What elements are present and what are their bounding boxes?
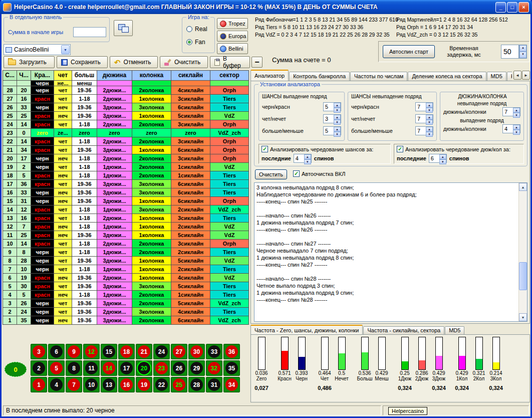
roulette-cell[interactable]: 28 xyxy=(188,377,205,392)
roulette-cell[interactable]: 6 xyxy=(48,344,65,359)
roulette-number[interactable]: 36 xyxy=(225,345,238,358)
roulette-number[interactable]: 35 xyxy=(225,362,238,374)
roulette-cell[interactable]: 10 xyxy=(83,377,100,392)
scroll-thumb[interactable] xyxy=(519,262,527,290)
spinner-input[interactable] xyxy=(294,154,304,162)
main-tab-5[interactable]: Ко xyxy=(507,72,512,81)
roulette-number[interactable]: 14 xyxy=(103,362,115,374)
roulette-number[interactable]: 15 xyxy=(103,345,115,358)
roulette-cell[interactable]: 32 xyxy=(206,360,222,376)
spinner[interactable]: ▲▼ xyxy=(323,114,341,123)
spin-up-icon[interactable]: ▲ xyxy=(426,115,433,120)
spinner-input[interactable] xyxy=(324,115,334,123)
radio-real-icon[interactable] xyxy=(186,26,192,32)
table-row[interactable]: 1412краснчет1-181дюжи...3колонка2сиклайн… xyxy=(3,205,249,214)
spinner[interactable]: ▲▼ xyxy=(323,102,341,111)
roulette-number[interactable]: 21 xyxy=(138,345,150,358)
roulette-cell[interactable]: 17 xyxy=(118,360,135,376)
column-header[interactable]: С... xyxy=(3,71,17,81)
column-header[interactable]: Кра... xyxy=(31,71,54,81)
scroll-track[interactable] xyxy=(519,191,527,313)
roulette-cell[interactable]: 26 xyxy=(171,360,187,376)
alt-dozens-checkbox[interactable]: ✓ xyxy=(397,146,403,152)
spin-down-icon[interactable]: ▼ xyxy=(439,159,446,164)
roulette-cell[interactable]: 8 xyxy=(66,360,82,376)
roulette-number[interactable]: 34 xyxy=(225,378,238,391)
table-row[interactable]: 1125красннеч19-363дюжи...1колонка5сиклай… xyxy=(3,231,249,240)
roulette-number[interactable]: 11 xyxy=(85,362,98,374)
roulette-cell[interactable]: 12 xyxy=(83,344,100,359)
spinner-input[interactable] xyxy=(416,115,426,123)
tab-scroll-right-button[interactable]: ► xyxy=(522,71,530,80)
table-row[interactable]: 710чернчет1-181дюжи...1колонка2сиклайнTi… xyxy=(3,265,249,274)
collapse-button[interactable]: − xyxy=(251,57,262,68)
spin-down-icon[interactable]: ▼ xyxy=(519,52,526,58)
undo-button[interactable]: ↶ Отменить xyxy=(110,56,158,68)
buffer-button[interactable]: В буфер xyxy=(210,56,250,68)
roulette-number[interactable]: 4 xyxy=(50,378,63,391)
spinner-input[interactable] xyxy=(503,108,513,116)
spinner[interactable]: ▲▼ xyxy=(502,124,520,133)
roulette-number[interactable]: 25 xyxy=(173,378,185,391)
column-header[interactable]: сектор xyxy=(210,71,249,81)
table-row[interactable]: 2820чернчет19-362дюжи...2колонка4сиклайн… xyxy=(3,86,249,95)
spin-down-icon[interactable]: ▼ xyxy=(426,108,433,113)
spinner[interactable]: ▲▼ xyxy=(294,154,312,163)
radio-fan[interactable]: Fan xyxy=(186,39,205,46)
tropez-button[interactable]: Tropez xyxy=(217,18,248,29)
spinner[interactable]: ▲▼ xyxy=(415,114,433,123)
table-row[interactable]: 230zeroze...zerozerozerozeroVdZ_zch xyxy=(3,129,249,137)
column-header[interactable]: колонка xyxy=(132,71,171,81)
roulette-number[interactable]: 16 xyxy=(120,378,133,391)
spinner-input[interactable] xyxy=(503,125,513,133)
spinner-input[interactable] xyxy=(429,154,439,162)
main-tab-4[interactable]: MD5 xyxy=(487,72,506,81)
spin-down-icon[interactable]: ▼ xyxy=(334,132,341,137)
roulette-cell[interactable]: 22 xyxy=(153,377,170,392)
analyzer-log[interactable]: 3 колонка невыпадала подряд 8 спин; Набл… xyxy=(254,182,527,322)
roulette-cell[interactable]: 3 xyxy=(31,344,47,359)
table-row[interactable]: 98чернчет1-181дюжи...2колонка2сиклайнTie… xyxy=(3,248,249,257)
roulette-number[interactable]: 33 xyxy=(208,345,220,358)
europa-button[interactable]: Europa xyxy=(217,31,248,42)
roulette-cell[interactable]: 11 xyxy=(83,360,100,376)
roulette-number[interactable]: 12 xyxy=(85,345,98,358)
table-row[interactable]: 185красннеч1-181дюжи...2колонка1сиклайнT… xyxy=(3,171,249,180)
column-header[interactable]: сиклайн xyxy=(171,71,210,81)
roulette-number[interactable]: 6 xyxy=(50,345,63,358)
autoclear-checkbox[interactable]: ✓ xyxy=(293,170,300,177)
maximize-button[interactable]: □ xyxy=(507,2,517,13)
spin-down-icon[interactable]: ▼ xyxy=(513,113,520,118)
table-row[interactable]: 2017черннеч1-182дюжи...2колонка3сиклайнO… xyxy=(3,154,249,163)
spin-down-icon[interactable]: ▼ xyxy=(426,132,433,137)
roulette-cell[interactable]: 15 xyxy=(101,344,117,359)
roulette-number[interactable]: 3 xyxy=(33,345,45,358)
spin-up-icon[interactable]: ▲ xyxy=(439,154,446,159)
spinner[interactable]: ▲▼ xyxy=(429,154,447,163)
table-row[interactable]: 2134краснчет19-363дюжи...1колонка6сиклай… xyxy=(3,146,249,154)
table-row[interactable]: 127красннеч1-181дюжи...1колонка2сиклайнV… xyxy=(3,223,249,231)
autospin-start-button[interactable]: Автоспин старт xyxy=(383,45,435,58)
table-row[interactable]: 192чернчет1-181дюжи...2колонка1сиклайнVd… xyxy=(3,163,249,171)
spin-up-icon[interactable]: ▲ xyxy=(334,127,341,132)
table-row[interactable]: 1736краснчет19-363дюжи...3колонка6сиклай… xyxy=(3,180,249,188)
spinner[interactable]: ▲▼ xyxy=(415,102,433,111)
roulette-number[interactable]: 22 xyxy=(155,378,168,391)
roulette-number[interactable]: 9 xyxy=(68,345,80,358)
spin-up-icon[interactable]: ▲ xyxy=(304,154,311,159)
delay-spinner[interactable]: ▲▼ xyxy=(519,45,527,59)
roulette-number[interactable]: 30 xyxy=(190,345,203,358)
casino-select[interactable]: CasinoBellini ▼ xyxy=(4,44,71,55)
radio-real[interactable]: Real xyxy=(186,26,207,33)
table-row[interactable]: 1531черннеч19-363дюжи...1колонка6сиклайн… xyxy=(3,197,249,205)
table-row[interactable]: 326чернчет19-363дюжи...2колонка5сиклайнV… xyxy=(3,299,249,308)
roulette-cell[interactable]: 21 xyxy=(136,344,152,359)
spin-up-icon[interactable]: ▲ xyxy=(519,45,526,52)
spin-down-icon[interactable]: ▼ xyxy=(304,159,311,164)
titlebar[interactable]: HelperCasino 4.0 - create helperroullet@… xyxy=(0,0,532,14)
load-button[interactable]: Загрузить xyxy=(4,56,55,68)
freq-tab-2[interactable]: MD5 xyxy=(445,326,464,334)
spinner[interactable]: ▲▼ xyxy=(502,107,520,116)
spin-up-icon[interactable]: ▲ xyxy=(334,103,341,108)
roulette-cell[interactable]: 33 xyxy=(206,344,222,359)
